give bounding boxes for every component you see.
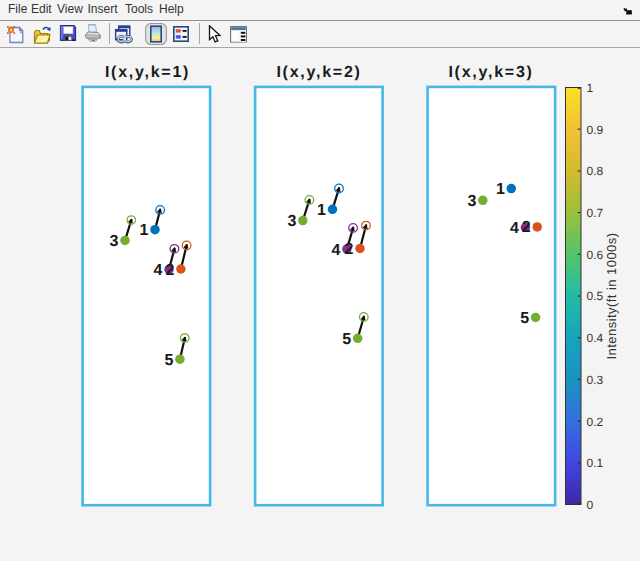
svg-text:5: 5: [520, 310, 529, 327]
svg-text:3: 3: [110, 233, 119, 250]
svg-text:2: 2: [345, 241, 354, 258]
svg-text:0.2: 0.2: [587, 415, 604, 429]
svg-text:4: 4: [510, 220, 519, 237]
svg-text:1: 1: [496, 181, 505, 198]
svg-text:1: 1: [140, 222, 149, 239]
svg-text:0.4: 0.4: [587, 331, 604, 345]
svg-text:5: 5: [342, 331, 351, 348]
svg-text:0: 0: [587, 498, 594, 512]
svg-text:0.3: 0.3: [587, 373, 604, 387]
svg-text:I(x,y,k=2): I(x,y,k=2): [276, 64, 361, 81]
svg-text:I(x,y,k=1): I(x,y,k=1): [105, 64, 190, 81]
svg-text:I(x,y,k=3): I(x,y,k=3): [448, 64, 533, 81]
svg-text:Intensity(ft in 1000s): Intensity(ft in 1000s): [604, 233, 619, 360]
svg-text:1: 1: [317, 202, 326, 219]
svg-text:5: 5: [164, 352, 173, 369]
svg-text:0.6: 0.6: [587, 248, 604, 262]
svg-text:2: 2: [165, 262, 174, 279]
svg-text:0.8: 0.8: [587, 164, 604, 178]
svg-text:3: 3: [467, 193, 476, 210]
svg-text:4: 4: [154, 262, 163, 279]
svg-text:1: 1: [587, 81, 594, 95]
svg-text:3: 3: [287, 213, 296, 230]
svg-text:2: 2: [522, 219, 531, 236]
svg-text:0.1: 0.1: [587, 456, 604, 470]
svg-text:0.5: 0.5: [587, 289, 604, 303]
svg-text:0.7: 0.7: [587, 206, 604, 220]
svg-text:4: 4: [331, 242, 340, 259]
svg-text:0.9: 0.9: [587, 123, 604, 137]
